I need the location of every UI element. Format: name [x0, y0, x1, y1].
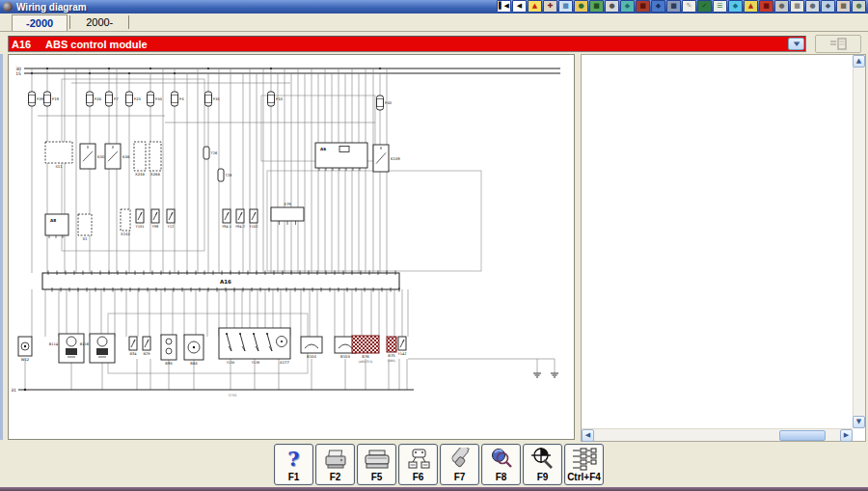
- fkey-button-f5[interactable]: F5: [357, 444, 396, 485]
- print-icon[interactable]: ☰: [713, 0, 727, 13]
- wiring-diagram-canvas[interactable]: 3015313756F39F19F28F7F23F34F4F31F10F40A1…: [8, 54, 575, 440]
- service-icon[interactable]: ●: [574, 0, 588, 13]
- scroll-left-icon[interactable]: ◀: [582, 429, 594, 442]
- component-K30: K30: [80, 144, 105, 169]
- clock-icon[interactable]: ●: [605, 0, 619, 13]
- component-B76: B76(ABS/TCS): [352, 336, 379, 364]
- svg-text:X248: X248: [135, 172, 145, 177]
- svg-text:B75: B75: [388, 353, 395, 358]
- drawing-icon[interactable]: ■: [558, 0, 573, 13]
- scroll-right-icon[interactable]: ▶: [840, 429, 853, 442]
- svg-text:Y12: Y12: [168, 225, 175, 229]
- window-bottom-border: [0, 487, 868, 491]
- fuse-F40: F40: [377, 95, 393, 110]
- tab-2000[interactable]: -2000: [12, 14, 68, 31]
- fkey-button-f1[interactable]: ?F1: [274, 444, 313, 485]
- svg-text:B93: B93: [165, 361, 173, 366]
- svg-text:F10: F10: [276, 96, 284, 101]
- fuse-F31: F31: [205, 92, 221, 106]
- printer-icon: [323, 446, 348, 472]
- component-Y94.1: Y94.1: [222, 209, 231, 229]
- svg-text:X1: X1: [82, 236, 88, 241]
- exit-diagram-button[interactable]: [815, 35, 861, 53]
- component-combobox[interactable]: A16 ABS control module ▼: [8, 36, 806, 52]
- titlebar-toolbar: ▌◀◀▲✚■●■●◆■◆■✎✓☰◆▲■●■●◆■●: [497, 0, 866, 14]
- component-T26: T26: [203, 147, 218, 159]
- svg-text:Y102: Y102: [249, 225, 258, 229]
- fkey-button-f7[interactable]: F7: [440, 444, 479, 485]
- doc-icon[interactable]: ■: [790, 0, 804, 13]
- fkey-button-f8[interactable]: F8: [481, 444, 521, 485]
- component-name: ABS control module: [45, 39, 148, 50]
- fkey-button-f6[interactable]: F6: [398, 444, 438, 485]
- engine-icon[interactable]: ■: [589, 0, 604, 13]
- svg-text:F7: F7: [114, 96, 119, 101]
- card-icon[interactable]: ◆: [728, 0, 743, 13]
- component-selector-row: A16 ABS control module ▼: [0, 35, 868, 54]
- component-Y12: Y12: [167, 209, 175, 229]
- tools-icon[interactable]: ✚: [543, 0, 557, 13]
- component-B116: B116: [80, 334, 115, 363]
- component-A16-strip: A16: [42, 271, 399, 292]
- fkey-button-ctrl-f4[interactable]: Ctrl+F4: [564, 444, 604, 485]
- svg-text:B103: B103: [340, 354, 350, 359]
- window-title: Wiring diagram: [16, 2, 87, 13]
- svg-text:(ABS/TCS): (ABS/TCS): [359, 360, 373, 364]
- warning-icon[interactable]: ▲: [528, 0, 542, 13]
- component-X288: X288: [149, 142, 161, 177]
- fkey-label: F5: [371, 472, 383, 483]
- diagnostic-icon[interactable]: ■: [666, 0, 681, 13]
- fuse-F23: F23: [126, 92, 142, 106]
- svg-text:K46: K46: [122, 154, 130, 159]
- svg-text:B29: B29: [143, 352, 150, 356]
- svg-text:Y98: Y98: [152, 225, 159, 229]
- component-K109: K109: [373, 145, 400, 172]
- info-panel-vertical-scrollbar[interactable]: ▲ ▼: [853, 55, 865, 428]
- help-icon: ?: [287, 446, 299, 472]
- fkey-button-f9[interactable]: F9: [523, 444, 562, 485]
- alert-icon[interactable]: ▲: [744, 0, 758, 13]
- tab-2000[interactable]: 2000-: [72, 14, 126, 31]
- svg-text:15: 15: [15, 71, 21, 76]
- globe-icon[interactable]: ◆: [620, 0, 635, 13]
- battery-icon[interactable]: ◆: [651, 0, 665, 13]
- disk-icon[interactable]: ●: [774, 0, 789, 13]
- svg-text:X288: X288: [150, 172, 160, 177]
- info-panel-horizontal-scrollbar[interactable]: ◀ ▶: [582, 428, 853, 441]
- svg-text:(ABS): (ABS): [388, 359, 395, 363]
- svg-text:A6: A6: [320, 147, 326, 151]
- svg-text:Y101: Y101: [135, 225, 144, 229]
- phone-icon[interactable]: ●: [805, 0, 820, 13]
- wrench-icon[interactable]: ■: [836, 0, 851, 13]
- scroll-up-icon[interactable]: ▲: [853, 55, 865, 68]
- horizontal-scroll-thumb[interactable]: [779, 430, 826, 441]
- svg-text:B84: B84: [190, 361, 198, 366]
- fkey-button-f2[interactable]: F2: [315, 444, 355, 485]
- check-icon[interactable]: ✓: [697, 0, 712, 13]
- mail-icon[interactable]: ◆: [821, 0, 835, 13]
- fkey-label: F1: [288, 472, 300, 483]
- fuse-F19: F19: [44, 92, 60, 106]
- svg-text:F23: F23: [134, 96, 142, 101]
- combo-dropdown-button[interactable]: ▼: [788, 38, 804, 50]
- gear-icon[interactable]: ●: [852, 0, 866, 13]
- fkey-label: Ctrl+F4: [567, 472, 601, 483]
- svg-text:A177: A177: [280, 360, 289, 365]
- component-Y98: Y98: [151, 209, 159, 229]
- parts-icon[interactable]: ■: [636, 0, 650, 13]
- svg-text:Y142: Y142: [397, 352, 406, 356]
- component-B84: B84: [184, 335, 203, 366]
- component-X142: X142: [121, 209, 131, 236]
- component-B114: B114: [49, 334, 84, 363]
- component-icon: [406, 446, 431, 472]
- nav-back-icon[interactable]: ◀: [512, 0, 527, 13]
- nav-first-icon[interactable]: ▌◀: [497, 0, 511, 13]
- fuse-F39: F39: [29, 92, 44, 106]
- scroll-down-icon[interactable]: ▼: [853, 416, 865, 428]
- svg-text:F40: F40: [385, 100, 393, 105]
- app-icon: [3, 2, 13, 12]
- edit-icon[interactable]: ✎: [682, 0, 696, 13]
- stop-icon[interactable]: ■: [759, 0, 773, 13]
- component-B93: B93: [161, 335, 176, 366]
- svg-text:F34: F34: [155, 96, 163, 101]
